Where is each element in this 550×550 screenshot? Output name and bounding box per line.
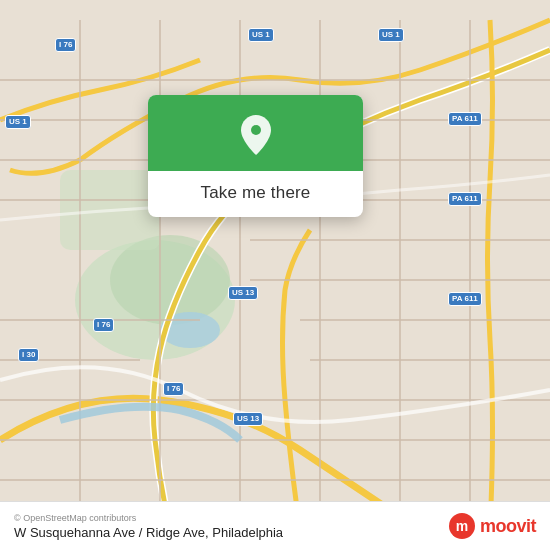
moovit-text: moovit: [480, 516, 536, 537]
shield-us1-left: US 1: [5, 115, 31, 129]
take-me-there-button[interactable]: Take me there: [201, 183, 311, 203]
shield-i76-mid: I 76: [93, 318, 114, 332]
shield-i76-top: I 76: [55, 38, 76, 52]
bottom-left-info: © OpenStreetMap contributors W Susquehan…: [14, 513, 283, 540]
moovit-logo: m moovit: [448, 512, 536, 540]
map-background: I 76 US 1 US 1 US 1 PA 611 PA 611 PA 611…: [0, 0, 550, 550]
shield-us1-top-right: US 1: [378, 28, 404, 42]
shield-pa611-bot: PA 611: [448, 292, 482, 306]
shield-pa611-top: PA 611: [448, 112, 482, 126]
popup-footer[interactable]: Take me there: [148, 171, 363, 217]
shield-us13-top: US 13: [228, 286, 258, 300]
svg-point-24: [251, 125, 261, 135]
bottom-bar: © OpenStreetMap contributors W Susquehan…: [0, 501, 550, 550]
shield-i76-bot: I 76: [163, 382, 184, 396]
shield-pa611-mid: PA 611: [448, 192, 482, 206]
location-pin-icon: [234, 113, 278, 157]
map-container: I 76 US 1 US 1 US 1 PA 611 PA 611 PA 611…: [0, 0, 550, 550]
popup-header: [148, 95, 363, 171]
shield-us13-bot: US 13: [233, 412, 263, 426]
shield-i30: I 30: [18, 348, 39, 362]
moovit-icon: m: [448, 512, 476, 540]
map-svg: [0, 0, 550, 550]
shield-us1-top-mid: US 1: [248, 28, 274, 42]
popup-card: Take me there: [148, 95, 363, 217]
location-name: W Susquehanna Ave / Ridge Ave, Philadelp…: [14, 525, 283, 540]
copyright-text: © OpenStreetMap contributors: [14, 513, 283, 523]
svg-text:m: m: [456, 518, 468, 534]
